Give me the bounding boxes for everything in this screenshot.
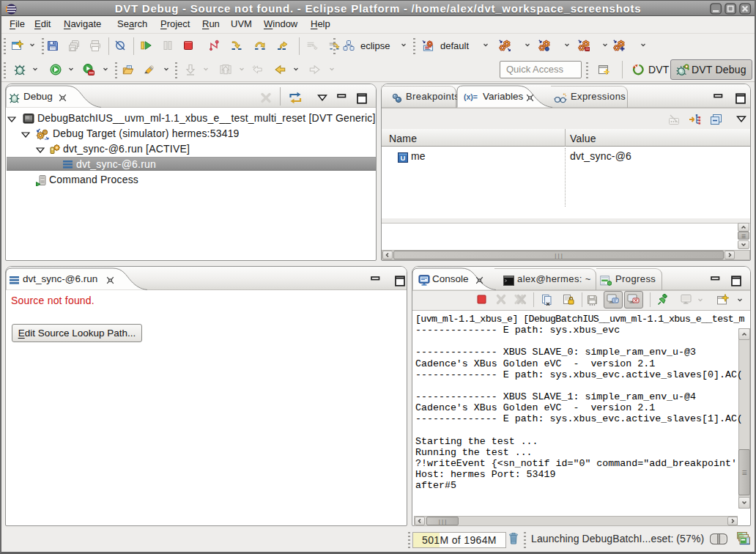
svg-text:U: U: [401, 154, 406, 162]
